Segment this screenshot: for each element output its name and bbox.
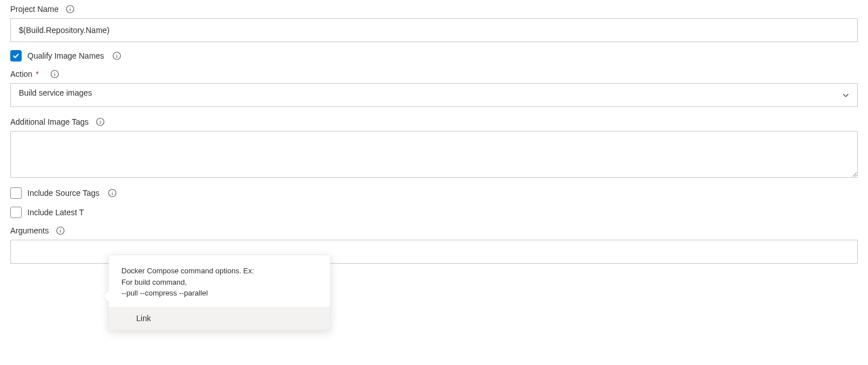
svg-point-16 <box>60 228 60 229</box>
tooltip-body: Docker Compose command options. Ex: For … <box>109 255 330 292</box>
svg-point-1 <box>70 7 70 7</box>
info-icon[interactable] <box>112 51 121 60</box>
project-name-input[interactable] <box>10 18 858 42</box>
project-name-label: Project Name <box>10 5 59 14</box>
arguments-label: Arguments <box>10 226 49 235</box>
svg-point-13 <box>112 191 112 191</box>
info-icon[interactable] <box>56 226 65 235</box>
info-icon[interactable] <box>66 5 75 14</box>
qualify-image-names-label: Qualify Image Names <box>27 51 104 60</box>
svg-point-4 <box>116 54 117 54</box>
additional-image-tags-label: Additional Image Tags <box>10 117 89 126</box>
svg-point-10 <box>100 120 100 120</box>
info-icon[interactable] <box>96 117 105 126</box>
info-icon[interactable] <box>108 188 117 198</box>
action-label: Action * <box>10 69 39 79</box>
additional-image-tags-input[interactable] <box>10 131 858 178</box>
qualify-image-names-checkbox[interactable] <box>10 50 22 61</box>
include-source-tags-checkbox[interactable] <box>10 187 22 199</box>
svg-point-7 <box>55 72 55 72</box>
info-icon[interactable] <box>50 69 59 79</box>
include-latest-tag-checkbox[interactable] <box>10 207 22 218</box>
include-source-tags-label: Include Source Tags <box>27 188 100 198</box>
arguments-tooltip: Docker Compose command options. Ex: For … <box>108 255 331 292</box>
include-latest-tag-label: Include Latest T <box>27 208 84 217</box>
action-select[interactable]: Build service images <box>10 83 858 107</box>
